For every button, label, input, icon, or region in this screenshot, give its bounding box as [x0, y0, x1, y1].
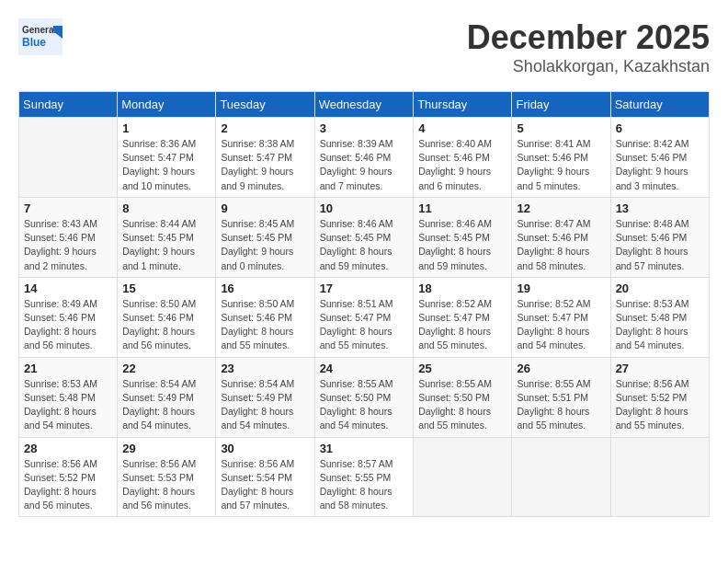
- day-cell: 10Sunrise: 8:46 AM Sunset: 5:45 PM Dayli…: [314, 197, 414, 277]
- calendar-table: SundayMondayTuesdayWednesdayThursdayFrid…: [18, 91, 710, 517]
- day-detail: Sunrise: 8:50 AM Sunset: 5:46 PM Dayligh…: [221, 297, 309, 353]
- day-cell: 7Sunrise: 8:43 AM Sunset: 5:46 PM Daylig…: [19, 197, 118, 277]
- day-detail: Sunrise: 8:53 AM Sunset: 5:48 PM Dayligh…: [24, 377, 112, 433]
- svg-text:Blue: Blue: [22, 36, 46, 49]
- day-detail: Sunrise: 8:55 AM Sunset: 5:51 PM Dayligh…: [517, 377, 605, 433]
- day-detail: Sunrise: 8:54 AM Sunset: 5:49 PM Dayligh…: [122, 377, 210, 433]
- day-detail: Sunrise: 8:38 AM Sunset: 5:47 PM Dayligh…: [221, 137, 309, 193]
- day-detail: Sunrise: 8:44 AM Sunset: 5:45 PM Dayligh…: [122, 217, 210, 273]
- weekday-tuesday: Tuesday: [216, 92, 314, 118]
- day-cell: 21Sunrise: 8:53 AM Sunset: 5:48 PM Dayli…: [19, 357, 118, 437]
- day-number: 30: [221, 442, 309, 455]
- weekday-wednesday: Wednesday: [314, 92, 414, 118]
- day-number: 14: [24, 282, 112, 295]
- day-cell: 2Sunrise: 8:38 AM Sunset: 5:47 PM Daylig…: [216, 118, 314, 198]
- day-detail: Sunrise: 8:52 AM Sunset: 5:47 PM Dayligh…: [517, 297, 605, 353]
- day-cell: [512, 437, 610, 517]
- week-row-1: 1Sunrise: 8:36 AM Sunset: 5:47 PM Daylig…: [19, 118, 710, 198]
- day-number: 31: [320, 442, 409, 455]
- day-number: 22: [122, 362, 210, 375]
- day-detail: Sunrise: 8:46 AM Sunset: 5:45 PM Dayligh…: [320, 217, 409, 273]
- day-number: 19: [517, 282, 605, 295]
- day-number: 26: [517, 362, 605, 375]
- day-cell: [414, 437, 512, 517]
- day-cell: 29Sunrise: 8:56 AM Sunset: 5:53 PM Dayli…: [118, 437, 216, 517]
- day-detail: Sunrise: 8:56 AM Sunset: 5:54 PM Dayligh…: [221, 457, 309, 513]
- location-title: Sholakkorgan, Kazakhstan: [467, 57, 710, 76]
- day-detail: Sunrise: 8:47 AM Sunset: 5:46 PM Dayligh…: [517, 217, 605, 273]
- day-detail: Sunrise: 8:40 AM Sunset: 5:46 PM Dayligh…: [418, 137, 506, 193]
- day-number: 4: [418, 121, 506, 135]
- day-number: 27: [616, 362, 704, 375]
- day-number: 9: [221, 201, 309, 215]
- day-detail: Sunrise: 8:56 AM Sunset: 5:52 PM Dayligh…: [616, 377, 704, 433]
- day-cell: 30Sunrise: 8:56 AM Sunset: 5:54 PM Dayli…: [216, 437, 314, 517]
- calendar-body: 1Sunrise: 8:36 AM Sunset: 5:47 PM Daylig…: [19, 118, 710, 517]
- day-number: 6: [616, 121, 704, 135]
- day-cell: 4Sunrise: 8:40 AM Sunset: 5:46 PM Daylig…: [414, 118, 512, 198]
- day-number: 2: [221, 121, 309, 135]
- day-number: 5: [517, 121, 605, 135]
- day-cell: 19Sunrise: 8:52 AM Sunset: 5:47 PM Dayli…: [512, 277, 610, 357]
- day-number: 28: [24, 442, 112, 455]
- day-cell: [610, 437, 709, 517]
- day-number: 24: [320, 362, 409, 375]
- day-cell: 6Sunrise: 8:42 AM Sunset: 5:46 PM Daylig…: [610, 118, 709, 198]
- day-number: 12: [517, 201, 605, 215]
- weekday-monday: Monday: [118, 92, 216, 118]
- weekday-friday: Friday: [512, 92, 610, 118]
- day-cell: 13Sunrise: 8:48 AM Sunset: 5:46 PM Dayli…: [610, 197, 709, 277]
- day-number: 18: [418, 282, 506, 295]
- title-area: December 2025 Sholakkorgan, Kazakhstan: [467, 18, 710, 76]
- day-detail: Sunrise: 8:36 AM Sunset: 5:47 PM Dayligh…: [122, 137, 210, 193]
- day-detail: Sunrise: 8:55 AM Sunset: 5:50 PM Dayligh…: [320, 377, 409, 433]
- logo-icon: General Blue: [18, 18, 63, 55]
- logo: General Blue: [18, 18, 63, 55]
- day-cell: 16Sunrise: 8:50 AM Sunset: 5:46 PM Dayli…: [216, 277, 314, 357]
- day-number: 13: [616, 201, 704, 215]
- month-title: December 2025: [467, 18, 710, 57]
- day-cell: 25Sunrise: 8:55 AM Sunset: 5:50 PM Dayli…: [414, 357, 512, 437]
- day-number: 10: [320, 201, 409, 215]
- day-number: 20: [616, 282, 704, 295]
- day-detail: Sunrise: 8:52 AM Sunset: 5:47 PM Dayligh…: [418, 297, 506, 353]
- day-number: 11: [418, 201, 506, 215]
- day-detail: Sunrise: 8:39 AM Sunset: 5:46 PM Dayligh…: [320, 137, 409, 193]
- day-number: 8: [122, 201, 210, 215]
- day-number: 21: [24, 362, 112, 375]
- day-cell: 14Sunrise: 8:49 AM Sunset: 5:46 PM Dayli…: [19, 277, 118, 357]
- svg-text:General: General: [22, 25, 56, 35]
- day-number: 29: [122, 442, 210, 455]
- weekday-thursday: Thursday: [414, 92, 512, 118]
- day-cell: 24Sunrise: 8:55 AM Sunset: 5:50 PM Dayli…: [314, 357, 414, 437]
- day-number: 17: [320, 282, 409, 295]
- day-detail: Sunrise: 8:55 AM Sunset: 5:50 PM Dayligh…: [418, 377, 506, 433]
- day-number: 16: [221, 282, 309, 295]
- day-detail: Sunrise: 8:53 AM Sunset: 5:48 PM Dayligh…: [616, 297, 704, 353]
- day-number: 25: [418, 362, 506, 375]
- day-detail: Sunrise: 8:56 AM Sunset: 5:52 PM Dayligh…: [24, 457, 112, 513]
- day-cell: 8Sunrise: 8:44 AM Sunset: 5:45 PM Daylig…: [118, 197, 216, 277]
- week-row-5: 28Sunrise: 8:56 AM Sunset: 5:52 PM Dayli…: [19, 437, 710, 517]
- day-detail: Sunrise: 8:54 AM Sunset: 5:49 PM Dayligh…: [221, 377, 309, 433]
- day-cell: 5Sunrise: 8:41 AM Sunset: 5:46 PM Daylig…: [512, 118, 610, 198]
- day-cell: 15Sunrise: 8:50 AM Sunset: 5:46 PM Dayli…: [118, 277, 216, 357]
- day-cell: [19, 118, 118, 198]
- day-cell: 1Sunrise: 8:36 AM Sunset: 5:47 PM Daylig…: [118, 118, 216, 198]
- day-cell: 11Sunrise: 8:46 AM Sunset: 5:45 PM Dayli…: [414, 197, 512, 277]
- day-cell: 22Sunrise: 8:54 AM Sunset: 5:49 PM Dayli…: [118, 357, 216, 437]
- day-cell: 18Sunrise: 8:52 AM Sunset: 5:47 PM Dayli…: [414, 277, 512, 357]
- day-detail: Sunrise: 8:41 AM Sunset: 5:46 PM Dayligh…: [517, 137, 605, 193]
- day-cell: 31Sunrise: 8:57 AM Sunset: 5:55 PM Dayli…: [314, 437, 414, 517]
- day-detail: Sunrise: 8:48 AM Sunset: 5:46 PM Dayligh…: [616, 217, 704, 273]
- day-number: 3: [320, 121, 409, 135]
- day-detail: Sunrise: 8:51 AM Sunset: 5:47 PM Dayligh…: [320, 297, 409, 353]
- day-cell: 27Sunrise: 8:56 AM Sunset: 5:52 PM Dayli…: [610, 357, 709, 437]
- week-row-2: 7Sunrise: 8:43 AM Sunset: 5:46 PM Daylig…: [19, 197, 710, 277]
- day-cell: 12Sunrise: 8:47 AM Sunset: 5:46 PM Dayli…: [512, 197, 610, 277]
- weekday-header-row: SundayMondayTuesdayWednesdayThursdayFrid…: [19, 92, 710, 118]
- day-detail: Sunrise: 8:50 AM Sunset: 5:46 PM Dayligh…: [122, 297, 210, 353]
- day-cell: 26Sunrise: 8:55 AM Sunset: 5:51 PM Dayli…: [512, 357, 610, 437]
- day-cell: 17Sunrise: 8:51 AM Sunset: 5:47 PM Dayli…: [314, 277, 414, 357]
- day-detail: Sunrise: 8:46 AM Sunset: 5:45 PM Dayligh…: [418, 217, 506, 273]
